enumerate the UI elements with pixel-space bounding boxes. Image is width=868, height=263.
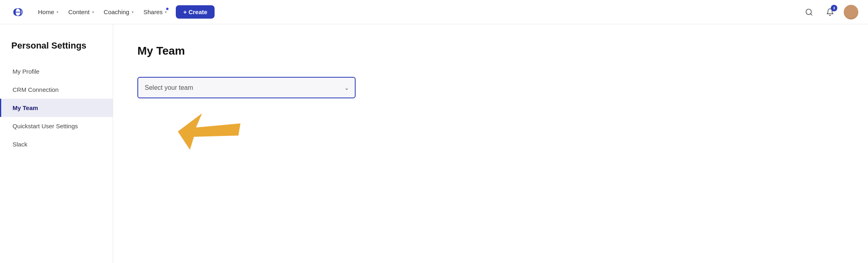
create-button[interactable]: + Create [176,5,215,19]
page-layout: Personal Settings My Profile CRM Connect… [0,24,868,263]
team-select[interactable]: Select your team [137,77,356,98]
nav-coaching-chevron: ▾ [132,10,134,14]
nav-coaching-label: Coaching [104,8,129,15]
nav-items: Home ▾ Content ▾ Coaching ▾ Shares ▾ + C… [34,5,798,19]
sidebar-item-crm-connection[interactable]: CRM Connection [0,81,113,99]
nav-content-label: Content [68,8,90,15]
notifications-button[interactable]: 3 [823,5,837,19]
brand-logo[interactable] [10,4,26,20]
nav-coaching[interactable]: Coaching ▾ [100,6,138,18]
sidebar-item-slack[interactable]: Slack [0,135,113,153]
svg-marker-2 [178,113,240,150]
team-select-wrapper: Select your team ⌄ [137,77,356,98]
main-content: My Team Select your team ⌄ [113,24,868,263]
notification-badge: 3 [831,5,837,11]
nav-right-actions: 3 [802,5,858,19]
search-button[interactable] [802,5,816,19]
nav-home-label: Home [38,8,54,15]
sidebar-title: Personal Settings [0,40,113,62]
user-avatar[interactable] [844,5,858,19]
sidebar: Personal Settings My Profile CRM Connect… [0,24,113,263]
nav-shares-chevron: ▾ [165,10,167,14]
navbar: Home ▾ Content ▾ Coaching ▾ Shares ▾ + C… [0,0,868,24]
nav-content-chevron: ▾ [92,10,94,14]
section-title: My Team [137,45,844,57]
nav-home-chevron: ▾ [57,10,59,14]
nav-home[interactable]: Home ▾ [34,6,63,18]
svg-line-1 [811,13,812,15]
shares-dot [166,8,169,10]
sidebar-item-my-profile[interactable]: My Profile [0,62,113,81]
sidebar-nav: My Profile CRM Connection My Team Quicks… [0,62,113,153]
nav-content[interactable]: Content ▾ [64,6,98,18]
nav-shares-label: Shares [143,8,163,15]
nav-shares[interactable]: Shares ▾ [139,6,171,18]
sidebar-item-my-team[interactable]: My Team [0,99,113,117]
sidebar-item-quickstart[interactable]: Quickstart User Settings [0,117,113,135]
arrow-annotation [178,105,242,159]
